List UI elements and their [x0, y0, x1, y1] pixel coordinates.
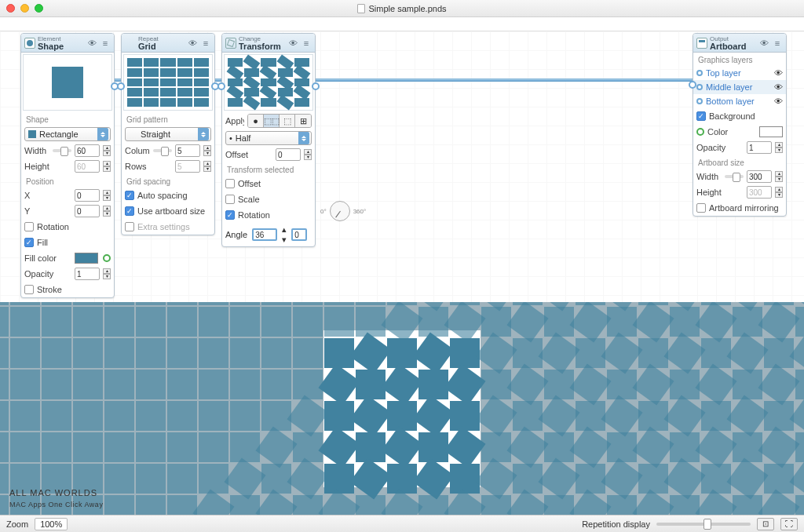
input-port[interactable] — [117, 82, 125, 90]
menu-icon[interactable]: ≡ — [772, 38, 783, 48]
node-title: Transform — [239, 42, 285, 51]
width-input[interactable] — [75, 144, 100, 157]
stepper[interactable]: ▴▾ — [775, 142, 783, 153]
rows-input[interactable] — [175, 160, 200, 173]
eye-icon[interactable]: 👁 — [774, 97, 783, 106]
color-port[interactable] — [103, 254, 111, 262]
layer-port[interactable] — [696, 98, 703, 104]
stepper[interactable]: ▴▾ — [775, 187, 783, 198]
input-port[interactable] — [689, 81, 696, 89]
artboard-icon — [696, 38, 707, 49]
menu-icon[interactable]: ≡ — [100, 38, 111, 48]
output-port[interactable] — [312, 82, 320, 90]
transform-icon — [225, 38, 236, 49]
y-input[interactable] — [75, 205, 100, 217]
layer-name: Middle layer — [706, 82, 752, 92]
view-icon[interactable]: ⊡ — [757, 518, 774, 530]
applyto-select[interactable]: •Half — [225, 131, 312, 145]
window-close-button[interactable] — [6, 4, 15, 13]
menu-icon[interactable]: ≡ — [200, 38, 211, 48]
node-shape[interactable]: ElementShape 👁 ≡ Shape Rectangle Width▴▾… — [20, 33, 115, 298]
menu-icon[interactable]: ≡ — [301, 38, 312, 48]
width-slider[interactable] — [53, 149, 71, 152]
node-thumbnail — [224, 54, 313, 111]
node-thumbnail — [23, 54, 112, 111]
visibility-icon[interactable]: 👁 — [287, 38, 298, 48]
section-label: Artboard size — [693, 155, 786, 169]
y-label: Y — [24, 206, 71, 216]
angle-input[interactable] — [252, 228, 277, 241]
rotation-checkbox[interactable] — [24, 222, 34, 231]
stepper[interactable]: ▴▾ — [103, 268, 111, 279]
window-zoom-button[interactable] — [35, 4, 43, 13]
layer-row[interactable]: Middle layer👁 — [693, 80, 786, 94]
bgcolor-swatch[interactable] — [759, 126, 783, 137]
mirror-checkbox[interactable] — [696, 203, 706, 213]
background-checkbox[interactable] — [696, 111, 706, 121]
shape-icon — [24, 38, 35, 49]
visibility-icon[interactable]: 👁 — [187, 38, 198, 48]
offset-checkbox[interactable] — [225, 179, 235, 188]
fullscreen-icon[interactable]: ⛶ — [780, 518, 798, 530]
node-canvas[interactable]: ElementShape 👁 ≡ Shape Rectangle Width▴▾… — [0, 31, 804, 302]
node-artboard[interactable]: OutputArtboard 👁 ≡ Graphics layers Top l… — [693, 33, 787, 217]
height-input[interactable] — [75, 160, 100, 173]
stroke-checkbox[interactable] — [24, 285, 34, 294]
eye-icon[interactable]: 👁 — [774, 68, 783, 78]
scale-checkbox[interactable] — [225, 195, 235, 204]
stepper[interactable]: ▴▾ — [775, 171, 783, 182]
stepper[interactable]: ▴▾ — [103, 161, 111, 172]
extra-checkbox[interactable] — [125, 222, 134, 231]
zoom-value[interactable]: 100% — [35, 518, 68, 530]
stepper[interactable]: ▴▾ — [203, 161, 211, 172]
background-label: Background — [709, 111, 783, 121]
width-input[interactable] — [747, 170, 772, 183]
stepper[interactable]: ▴▾ — [103, 145, 111, 156]
applyto-segmented[interactable]: ●⬚⬚⬚⊞ — [247, 114, 312, 128]
stepper[interactable]: ▴▾ — [103, 190, 111, 201]
stepper[interactable]: ▴▾ — [304, 149, 312, 160]
section-label: Transform selected — [222, 162, 315, 176]
repetition-slider[interactable] — [656, 523, 751, 526]
layer-row[interactable]: Top layer👁 — [693, 66, 786, 80]
pattern-select[interactable]: Straight — [125, 127, 211, 141]
x-input[interactable] — [75, 189, 100, 202]
offset-input[interactable] — [276, 148, 301, 161]
useartboard-checkbox[interactable] — [125, 206, 134, 216]
layer-port[interactable] — [696, 70, 703, 76]
window-minimize-button[interactable] — [20, 4, 29, 13]
stepper[interactable]: ▴▾ — [103, 206, 111, 217]
visibility-icon[interactable]: 👁 — [758, 38, 769, 48]
node-grid[interactable]: RepeatGrid 👁 ≡ Grid pattern Straight Col… — [121, 33, 215, 235]
layer-port[interactable] — [696, 84, 703, 90]
section-label: Graphics layers — [693, 53, 786, 66]
autospacing-checkbox[interactable] — [125, 191, 134, 200]
height-label: Height — [696, 188, 744, 197]
columns-slider[interactable] — [153, 149, 172, 152]
node-transform[interactable]: ChangeTransform 👁 ≡ Apply to●⬚⬚⬚⊞ •Half … — [221, 33, 316, 247]
input-port[interactable] — [217, 82, 225, 90]
color-port[interactable] — [696, 128, 704, 136]
rows-label: Rows — [125, 162, 172, 171]
fill-label: Fill — [37, 238, 111, 247]
width-slider[interactable] — [725, 175, 744, 178]
stepper[interactable]: ▴▾ — [282, 224, 287, 245]
fill-checkbox[interactable] — [24, 238, 34, 247]
eye-icon[interactable]: 👁 — [774, 82, 783, 92]
visibility-icon[interactable]: 👁 — [86, 38, 97, 48]
columns-input[interactable] — [175, 144, 200, 157]
angle2-input[interactable] — [291, 228, 307, 241]
opacity-input[interactable] — [747, 141, 772, 154]
fillcolor-swatch[interactable] — [75, 253, 98, 264]
shape-select[interactable]: Rectangle — [24, 127, 111, 141]
rotation-checkbox[interactable] — [225, 210, 235, 220]
opacity-input[interactable] — [75, 268, 100, 280]
height-input[interactable] — [747, 186, 772, 199]
toolbar — [0, 17, 804, 31]
watermark: ALL MAC WORLDSMAC Apps One Click Away — [9, 480, 103, 508]
angle-knob[interactable] — [330, 201, 350, 221]
x-label: X — [24, 191, 71, 200]
node-title: Artboard — [710, 42, 756, 51]
stepper[interactable]: ▴▾ — [203, 145, 211, 156]
layer-row[interactable]: Bottom layer👁 — [693, 94, 786, 108]
